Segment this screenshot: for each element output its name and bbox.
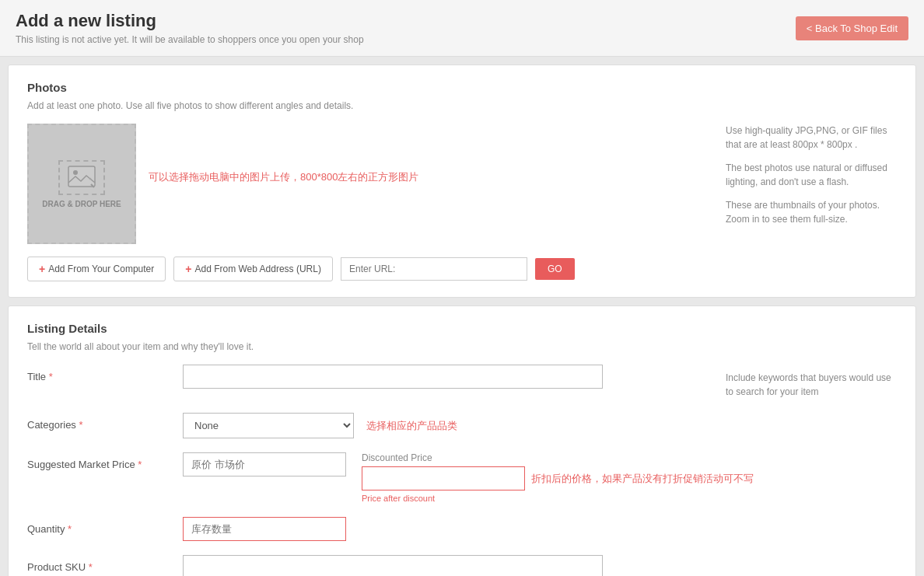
price-row: Suggested Market Price * Discounted Pric… [27,452,897,503]
quantity-label: Quantity * [27,517,183,535]
add-from-computer-label: Add From Your Computer [48,264,154,274]
drop-zone-label: DRAG & DROP HERE [42,200,121,208]
categories-label: Categories * [27,413,183,431]
categories-field: None 选择相应的产品品类 [183,413,897,438]
sku-row: Product SKU * [27,555,897,576]
photo-tip-1: Use high-quality JPG,PNG, or GIF files t… [726,124,897,152]
plus-icon-url: + [185,263,191,275]
sku-input[interactable] [183,555,603,576]
sku-required: * [89,561,93,573]
go-button[interactable]: GO [535,258,575,280]
discounted-price-label: Discounted Price [362,452,754,463]
back-to-shop-button[interactable]: < Back To Shop Edit [796,16,908,40]
quantity-required: * [68,523,72,535]
photo-tip-2: The best photos use natural or diffused … [726,161,897,189]
photo-tip-3: These are thumbnails of your photos. Zoo… [726,198,897,226]
title-label: Title * [27,365,183,382]
title-input[interactable] [183,365,603,389]
drop-zone[interactable]: DRAG & DROP HERE [27,124,136,244]
photos-left: DRAG & DROP HERE 可以选择拖动电脑中的图片上传，800*800左… [27,124,710,281]
svg-point-1 [73,170,78,175]
photos-tips: Use high-quality JPG,PNG, or GIF files t… [726,124,897,281]
title-row: Title * Include keywords that buyers wou… [27,365,897,399]
sku-field [183,555,897,576]
drop-zone-icon [58,160,105,195]
photos-actions: + Add From Your Computer + Add From Web … [27,257,710,281]
header-left: Add a new listing This listing is not ac… [16,11,364,45]
url-input[interactable] [341,257,527,281]
add-from-computer-button[interactable]: + Add From Your Computer [27,257,166,281]
quantity-input[interactable] [183,517,346,541]
listing-details-subtitle: Tell the world all about your item and w… [27,341,897,352]
photos-content: DRAG & DROP HERE 可以选择拖动电脑中的图片上传，800*800左… [27,124,897,281]
categories-select[interactable]: None [183,413,354,438]
market-price-input[interactable] [183,452,346,477]
page-header: Add a new listing This listing is not ac… [0,0,924,57]
image-icon [68,166,96,189]
price-row-inner: Discounted Price 折扣后的价格，如果产品没有打折促销活动可不写 … [183,452,897,503]
page-subtitle: This listing is not active yet. It will … [16,34,364,45]
categories-required: * [79,419,83,431]
title-required: * [49,371,53,382]
discounted-price-group: Discounted Price 折扣后的价格，如果产品没有打折促销活动可不写 … [362,452,754,503]
page-wrapper: Add a new listing This listing is not ac… [0,0,924,576]
photos-section: Photos Add at least one photo. Use all f… [8,65,916,298]
photos-section-subtitle: Add at least one photo. Use all five pho… [27,100,897,111]
svg-rect-0 [68,166,95,187]
market-price-group [183,452,346,477]
photo-hint: 可以选择拖动电脑中的图片上传，800*800左右的正方形图片 [149,124,710,184]
market-price-required: * [138,459,142,470]
quantity-field [183,517,897,541]
discount-hint: 折扣后的价格，如果产品没有打折促销活动可不写 [531,472,754,486]
title-field [183,365,710,389]
listing-details-section: Listing Details Tell the world all about… [8,305,916,576]
price-after-discount: Price after discount [362,494,754,503]
plus-icon-computer: + [39,263,45,275]
add-from-url-label: Add From Web Address (URL) [194,264,321,274]
discounted-price-input[interactable] [362,466,525,490]
market-price-label: Suggested Market Price * [27,452,183,470]
photos-section-title: Photos [27,81,897,94]
listing-details-title: Listing Details [27,322,897,335]
page-title: Add a new listing [16,11,364,31]
title-hint: Include keywords that buyers would use t… [726,365,897,399]
add-from-url-button[interactable]: + Add From Web Address (URL) [173,257,333,281]
discounted-price-row: 折扣后的价格，如果产品没有打折促销活动可不写 [362,466,754,490]
categories-row: Categories * None 选择相应的产品品类 [27,413,897,438]
sku-label: Product SKU * [27,555,183,573]
categories-hint: 选择相应的产品品类 [366,419,457,433]
price-field: Discounted Price 折扣后的价格，如果产品没有打折促销活动可不写 … [183,452,897,503]
quantity-row: Quantity * [27,517,897,541]
